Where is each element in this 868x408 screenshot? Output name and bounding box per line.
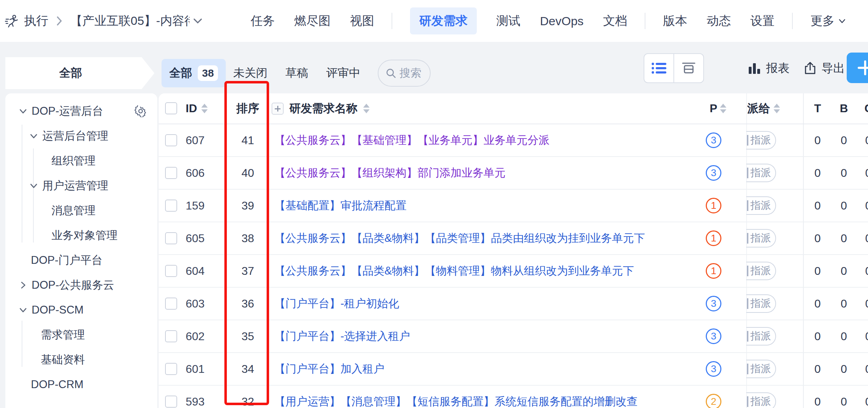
requirement-link[interactable]: 【用户运营】【消息管理】【短信服务配置】系统短信服务配置的增删改查 [274,386,638,408]
sort-icon[interactable] [363,104,370,113]
priority-badge[interactable]: 3 [706,132,721,148]
chevron-down-icon[interactable] [19,107,27,115]
add-requirement-button[interactable] [847,53,868,83]
requirement-link[interactable]: 【公共服务云】【品类&物料】【品类管理】品类由组织改为挂到业务单元下 [274,222,645,254]
chevron-right-icon[interactable] [19,281,27,289]
sidebar-item-消息管理[interactable]: 消息管理 [5,198,157,223]
sidebar-item-DOP-CRM[interactable]: DOP-CRM [5,372,157,397]
row-checkbox[interactable] [165,363,177,375]
row-checkbox[interactable] [165,298,177,310]
chevron-down-icon[interactable] [29,181,38,190]
column-header-assignee[interactable]: 派给 [747,101,770,116]
column-header-priority[interactable]: P [710,102,717,115]
priority-badge[interactable]: 3 [706,361,721,377]
sidebar-item-DOP-SCM[interactable]: DOP-SCM [5,298,157,322]
row-checkbox[interactable] [165,134,177,146]
table-row[interactable]: 60538【公共服务云】【品类&物料】【品类管理】品类由组织改为挂到业务单元下1… [159,222,868,255]
requirement-link[interactable]: 【基础配置】审批流程配置 [274,190,406,222]
assignee-pill[interactable]: 指派 [746,327,776,346]
column-header-extra[interactable]: C [864,102,868,115]
gear-icon[interactable] [135,105,147,117]
priority-badge[interactable]: 1 [706,198,721,213]
priority-badge[interactable]: 3 [706,296,721,311]
sidebar-item-基础资料[interactable]: 基础资料 [5,347,157,372]
table-row[interactable]: 60336【门户平台】-租户初始化3指派000 [159,288,868,320]
assignee-pill[interactable]: 指派 [746,229,776,247]
assignee-pill[interactable]: 指派 [746,164,776,182]
row-checkbox[interactable] [165,200,177,212]
chevron-down-icon[interactable] [19,306,27,314]
nav-tab-DevOps[interactable]: DevOps [540,9,584,33]
sidebar-item-组织管理[interactable]: 组织管理 [5,148,157,173]
assignee-pill[interactable]: 指派 [746,360,776,378]
requirement-link[interactable]: 【门户平台】-选择进入租户 [274,320,410,352]
assignee-pill[interactable]: 指派 [746,131,776,149]
sidebar-item-DOP-公共服务云[interactable]: DOP-公共服务云 [5,273,157,298]
nav-tab-文档[interactable]: 文档 [603,7,627,34]
report-button[interactable]: 报表 [748,53,790,83]
filter-chip-all[interactable]: 全部 38 [162,59,226,87]
nav-tab-视图[interactable]: 视图 [350,7,374,34]
sidebar-item-DOP-运营后台[interactable]: DOP-运营后台 [5,99,157,124]
table-row[interactable]: 15939【基础配置】审批流程配置1指派000 [159,190,868,222]
table-row[interactable]: 60437【公共服务云】【品类&物料】【物料管理】物料从组织改为到业务单元下1指… [159,255,868,288]
chevron-down-icon[interactable] [29,132,38,140]
project-switcher[interactable]: 【产业互联05】-内容待定 [70,13,202,29]
table-row[interactable]: 60640【公共服务云】【组织架构】部门添加业务单元3指派000 [159,157,868,190]
row-checkbox[interactable] [165,330,177,342]
nav-tab-研发需求[interactable]: 研发需求 [410,7,477,34]
row-checkbox[interactable] [165,167,177,179]
row-checkbox[interactable] [165,232,177,244]
requirement-link[interactable]: 【公共服务云】【基础管理】【业务单元】业务单元分派 [274,124,550,156]
priority-badge[interactable]: 1 [706,263,721,279]
priority-badge[interactable]: 3 [706,165,721,181]
table-row[interactable]: 60741【公共服务云】【基础管理】【业务单元】业务单元分派3指派000 [159,124,868,157]
nav-tab-测试[interactable]: 测试 [496,7,520,34]
select-all-checkbox[interactable] [165,102,177,114]
sidebar-item-DOP-门户平台[interactable]: DOP-门户平台 [5,248,157,273]
priority-badge[interactable]: 2 [706,394,721,408]
table-row[interactable]: 60134【门户平台】加入租户3指派000 [159,353,868,386]
column-header-b[interactable]: B [840,102,848,115]
sort-icon[interactable] [720,104,726,113]
column-header-t[interactable]: T [814,102,821,115]
column-header-sort[interactable]: 排序 [236,101,259,116]
filter-chip-unclosed[interactable]: 未关闭 [233,65,267,81]
sidebar-item-需求管理[interactable]: 需求管理 [5,322,157,347]
assignee-pill[interactable]: 指派 [746,294,776,313]
requirement-link[interactable]: 【公共服务云】【品类&物料】【物料管理】物料从组织改为到业务单元下 [274,255,634,287]
requirement-link[interactable]: 【公共服务云】【组织架构】部门添加业务单元 [274,157,506,189]
sort-icon[interactable] [201,104,208,113]
expand-all-icon[interactable] [272,103,284,115]
nav-tab-设置[interactable]: 设置 [750,7,775,34]
column-header-name[interactable]: 研发需求名称 [289,101,357,116]
assignee-pill[interactable]: 指派 [746,196,776,215]
assignee-pill[interactable]: 指派 [746,392,776,408]
nav-tab-更多[interactable]: 更多 [810,7,846,34]
row-checkbox[interactable] [165,265,177,277]
sidebar-item-运营后台管理[interactable]: 运营后台管理 [5,124,157,148]
requirement-link[interactable]: 【门户平台】-租户初始化 [274,288,399,320]
table-row[interactable]: 60235【门户平台】-选择进入租户3指派000 [159,320,868,353]
search-input[interactable]: 搜索 [378,60,431,87]
export-button[interactable]: 导出 [803,53,845,83]
nav-tab-燃尽图[interactable]: 燃尽图 [294,7,331,34]
board-view-button[interactable] [674,54,703,82]
column-header-id[interactable]: ID [186,102,197,115]
list-view-button[interactable] [644,54,674,82]
nav-tab-动态[interactable]: 动态 [707,7,731,34]
filter-chip-draft[interactable]: 草稿 [285,65,308,81]
breadcrumb-section[interactable]: 执行 [24,13,48,29]
priority-badge[interactable]: 1 [706,230,721,246]
sidebar-item-业务对象管理[interactable]: 业务对象管理 [5,223,157,248]
sidebar-item-用户运营管理[interactable]: 用户运营管理 [5,173,157,198]
sort-icon[interactable] [774,104,780,113]
nav-tab-版本[interactable]: 版本 [663,7,687,34]
row-checkbox[interactable] [165,396,177,408]
scope-tab-all[interactable]: 全部 [5,57,154,89]
requirement-link[interactable]: 【门户平台】加入租户 [274,353,384,385]
priority-badge[interactable]: 3 [706,328,721,344]
assignee-pill[interactable]: 指派 [746,262,776,280]
table-row[interactable]: 59332【用户运营】【消息管理】【短信服务配置】系统短信服务配置的增删改查2指… [159,386,868,408]
nav-tab-任务[interactable]: 任务 [251,7,275,34]
